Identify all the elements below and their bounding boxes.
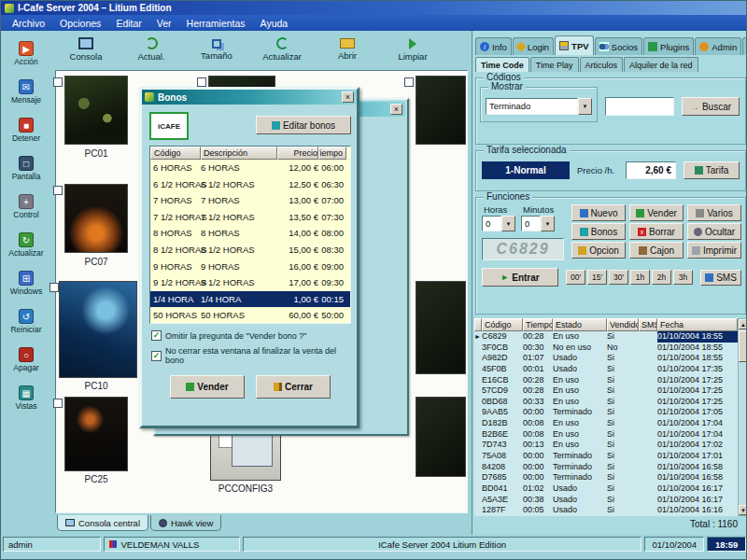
quick-time-button[interactable]: 00' <box>566 270 585 285</box>
code-row[interactable]: C6829 00:28 En uso Si 01/10/2004 18:55 <box>474 331 738 343</box>
pc07-thumbnail[interactable] <box>64 184 128 253</box>
omit-question-checkbox[interactable]: ✓ Omitir la pregunta de "Vender bono ?" <box>151 330 306 341</box>
code-row[interactable]: E16CB 00:28 En uso Si 01/10/2004 17:25 <box>474 375 738 386</box>
bono-row[interactable]: 8 1/2 HORAS 8 1/2 HORAS 15,00 € 08:30 <box>150 242 350 259</box>
sms-header[interactable]: SMS <box>639 318 657 331</box>
bono-row[interactable]: 50 HORAS 50 HORAS 60,00 € 50:00 <box>150 307 350 324</box>
bono-row[interactable]: 7 HORAS 7 HORAS 13,00 € 07:00 <box>150 192 350 209</box>
panel-tab[interactable]: TPV <box>555 35 593 55</box>
sidebar-button[interactable]: Apagar <box>1 343 51 377</box>
close-icon[interactable]: × <box>390 104 402 115</box>
pc01-checkbox[interactable] <box>53 77 63 87</box>
tpv-subtab[interactable]: Articulos <box>580 57 624 72</box>
code-row[interactable]: 0BD68 00:33 En uso Si 01/10/2004 17:25 <box>474 397 738 408</box>
codigo-header[interactable]: Código <box>150 147 201 160</box>
pc-thumbnail-partial[interactable] <box>416 281 466 374</box>
cerrar-button[interactable]: Cerrar <box>256 375 331 399</box>
bono-row[interactable]: 9 1/2 HORAS 9 1/2 HORAS 17,00 € 09:30 <box>150 274 350 291</box>
chevron-down-icon[interactable]: ▼ <box>501 216 515 231</box>
bono-row[interactable]: 6 HORAS 6 HORAS 12,00 € 06:00 <box>150 160 350 176</box>
toolbar-button[interactable]: Actualizar <box>253 33 311 66</box>
toolbar-button[interactable]: Limpiar <box>384 33 442 66</box>
panel-tab[interactable]: News <box>742 37 747 55</box>
close-icon[interactable]: × <box>342 91 354 103</box>
vendido-header[interactable]: Vendido <box>607 318 639 331</box>
codes-table-scrollbar[interactable]: ▲ ▼ <box>738 318 747 516</box>
minutos-spinner[interactable]: 0 ▼ <box>521 216 555 231</box>
horas-spinner[interactable]: 0 ▼ <box>482 216 515 231</box>
code-row[interactable]: D7685 00:00 Terminado Si 01/10/2004 16:5… <box>474 472 738 483</box>
menu-item[interactable]: Editar <box>108 18 148 29</box>
code-row[interactable]: B2B6E 00:08 En uso Si 01/10/2004 17:04 <box>474 429 738 441</box>
chevron-down-icon[interactable]: ▼ <box>541 216 555 231</box>
vender-button[interactable]: Vender <box>629 204 684 221</box>
menu-item[interactable]: Archivo <box>5 18 52 29</box>
code-row[interactable]: 57CD9 00:28 En uso Si 01/10/2004 17:25 <box>474 385 738 397</box>
view-tab[interactable]: Hawk view <box>150 515 221 531</box>
scroll-up-icon[interactable]: ▲ <box>739 319 747 329</box>
bono-row[interactable]: 6 1/2 HORAS 6 1/2 HORAS 12,50 € 06:30 <box>150 176 350 193</box>
panel-tab[interactable]: Socios <box>595 37 643 55</box>
tpv-subtab[interactable]: Time Play <box>530 57 579 72</box>
toolbar-button[interactable]: Consola <box>57 33 115 66</box>
quick-time-button[interactable]: 3h <box>673 270 693 285</box>
bonos-button[interactable]: Bonos <box>571 223 626 240</box>
pc07-checkbox[interactable] <box>53 186 63 195</box>
pc-checkbox[interactable] <box>404 77 414 87</box>
code-row[interactable]: 9AAB5 00:00 Terminado Si 01/10/2004 17:0… <box>474 407 738 418</box>
scrollbar-thumb[interactable] <box>739 330 747 362</box>
code-row[interactable]: 1287F 00:05 Usado Si 01/10/2004 16:16 <box>474 505 738 516</box>
pc25-thumbnail[interactable] <box>64 397 128 471</box>
sms-button[interactable]: SMS <box>700 270 741 286</box>
pc-thumbnail-partial[interactable] <box>416 76 466 145</box>
quick-time-button[interactable]: 2h <box>652 270 671 285</box>
code-row[interactable]: A982D 01:07 Usado Si 01/10/2004 18:55 <box>474 353 738 364</box>
pc10-checkbox[interactable] <box>49 283 59 292</box>
varios-button[interactable]: Varios <box>687 204 741 221</box>
sidebar-button[interactable]: Actualizar <box>1 228 51 262</box>
menu-item[interactable]: Ver <box>149 18 179 29</box>
codigo-search-input[interactable] <box>605 97 674 116</box>
panel-tab[interactable]: Info <box>475 37 512 55</box>
fecha-header[interactable]: Fecha <box>657 318 738 331</box>
pc25-checkbox[interactable] <box>53 399 63 408</box>
code-row[interactable]: 7D743 00:13 En uso Si 01/10/2004 17:02 <box>474 440 738 451</box>
bono-row[interactable]: 9 HORAS 9 HORAS 16,00 € 09:00 <box>150 259 350 275</box>
entrar-button[interactable]: ► Entrar <box>482 268 558 287</box>
sidebar-button[interactable]: Detener <box>1 113 51 147</box>
sidebar-button[interactable]: Mensaje <box>1 75 51 109</box>
menu-item[interactable]: Opciones <box>52 18 108 29</box>
mostrar-select[interactable]: Terminado ▼ <box>486 98 592 115</box>
toolbar-button[interactable]: Tamaño <box>188 33 246 66</box>
pc10-thumbnail[interactable] <box>59 281 137 378</box>
bono-row[interactable]: 1/4 HORA 1/4 HORA 1,00 € 00:15 <box>150 291 350 308</box>
precio-header[interactable]: Precio <box>277 147 318 160</box>
tiempo-header[interactable]: Tiempo <box>318 147 346 160</box>
menu-item[interactable]: Herramientas <box>179 18 253 29</box>
descripcion-header[interactable]: Descripción <box>201 147 277 160</box>
tpv-subtab[interactable]: Alquiler de la red <box>624 57 698 72</box>
panel-tab[interactable]: Admin <box>695 37 741 55</box>
pc-thumbnail-partial[interactable] <box>416 397 466 477</box>
code-row[interactable]: 84208 00:00 Terminado Si 01/10/2004 16:5… <box>474 462 738 473</box>
toolbar-button[interactable]: Actual. <box>122 33 180 66</box>
codigo-header[interactable]: Código <box>482 318 523 331</box>
opcion-button[interactable]: Opcion <box>571 242 626 259</box>
keep-open-checkbox[interactable]: ✓ No cerrar esta ventana al finalizar la… <box>151 346 357 365</box>
panel-tab[interactable]: Plugins <box>643 37 694 55</box>
pc01-thumbnail[interactable] <box>64 76 128 145</box>
sidebar-button[interactable]: Windows <box>1 266 51 301</box>
pc-checkbox[interactable] <box>197 77 206 87</box>
estado-header[interactable]: Estado <box>553 318 607 331</box>
code-row[interactable]: 3F0CB 00:30 No en uso No 01/10/2004 18:5… <box>474 343 738 354</box>
sidebar-button[interactable]: Vistas <box>1 381 51 415</box>
code-row[interactable]: 45F0B 00:01 Usado Si 01/10/2004 17:35 <box>474 364 738 375</box>
sidebar-button[interactable]: Pantalla <box>1 151 51 186</box>
bono-row[interactable]: 8 HORAS 8 HORAS 14,00 € 08:00 <box>150 225 350 242</box>
view-tab[interactable]: Consola central <box>57 515 148 531</box>
bono-row[interactable]: 7 1/2 HORAS 7 1/2 HORAS 13,50 € 07:30 <box>150 209 350 226</box>
code-row[interactable]: BD041 01:02 Usado Si 01/10/2004 16:17 <box>474 483 738 495</box>
buscar-button[interactable]: → Buscar <box>682 97 740 116</box>
code-row[interactable]: 75A08 00:00 Terminado Si 01/10/2004 17:0… <box>474 451 738 462</box>
quick-time-button[interactable]: 15' <box>587 270 607 285</box>
